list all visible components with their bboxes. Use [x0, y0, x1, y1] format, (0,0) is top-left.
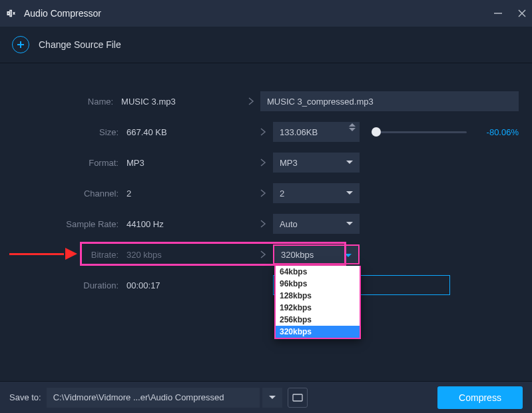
chevron-down-icon	[269, 396, 276, 399]
spinner-up-icon[interactable]	[349, 123, 356, 127]
svg-rect-1	[10, 11, 11, 17]
chevron-down-icon	[345, 254, 352, 257]
close-button[interactable]	[516, 7, 528, 19]
svg-rect-7	[293, 394, 302, 401]
value-size-in: 667.40 KB	[127, 127, 253, 137]
change-source-link[interactable]: Change Source File	[39, 39, 121, 50]
bitrate-option[interactable]: 96kbps	[276, 278, 360, 290]
save-path-box[interactable]: C:\Vidmore\Vidmore ...er\Audio Compresse…	[47, 388, 260, 408]
footer: Save to: C:\Vidmore\Vidmore ...er\Audio …	[0, 381, 532, 413]
arrow-icon	[253, 127, 273, 137]
value-channel-in: 2	[127, 189, 253, 199]
bitrate-option[interactable]: 320kbps	[276, 326, 360, 338]
label-name: Name:	[13, 97, 121, 107]
value-name-in: MUSIC 3.mp3	[121, 97, 241, 107]
chevron-down-icon	[346, 161, 353, 164]
row-format: Format: MP3 MP3	[13, 150, 519, 175]
main-panel: Name: MUSIC 3.mp3 Size: 667.40 KB 133.06…	[0, 63, 532, 298]
row-channel: Channel: 2 2	[13, 181, 519, 206]
spinner-down-icon[interactable]	[349, 128, 356, 131]
bitrate-dropdown[interactable]: 64kbps96kbps128kbps192kbps256kbps320kbps	[274, 266, 361, 339]
add-source-button[interactable]	[12, 36, 29, 53]
value-duration: 00:00:17	[127, 280, 253, 290]
slider-thumb[interactable]	[372, 127, 381, 137]
size-spinner[interactable]: 133.06KB	[273, 122, 360, 142]
channel-out-value: 2	[280, 189, 284, 199]
value-format-in: MP3	[127, 158, 253, 168]
channel-select[interactable]: 2	[273, 183, 360, 203]
chevron-down-icon	[346, 191, 353, 195]
size-out-value: 133.06KB	[280, 127, 318, 137]
label-format: Format:	[13, 158, 127, 168]
format-select[interactable]: MP3	[273, 153, 360, 173]
bitrate-option[interactable]: 192kbps	[276, 302, 360, 314]
arrow-icon	[253, 250, 273, 259]
label-size: Size:	[13, 127, 127, 137]
titlebar: Audio Compressor	[0, 0, 532, 27]
save-path-text: C:\Vidmore\Vidmore ...er\Audio Compresse…	[53, 392, 224, 402]
value-samplerate-in: 44100 Hz	[127, 219, 253, 229]
arrow-icon	[242, 97, 260, 106]
arrow-icon	[253, 158, 273, 167]
source-bar: Change Source File	[0, 27, 532, 63]
format-out-value: MP3	[280, 158, 298, 168]
open-folder-button[interactable]	[288, 388, 308, 408]
arrow-icon	[253, 189, 273, 198]
app-title: Audio Compressor	[24, 8, 101, 19]
samplerate-select[interactable]: Auto	[273, 214, 360, 234]
size-percent: -80.06%	[479, 127, 519, 137]
compress-button[interactable]: Compress	[437, 386, 523, 409]
output-name-input[interactable]	[260, 91, 519, 111]
saveto-label: Save to:	[9, 392, 41, 402]
arrow-icon	[253, 219, 273, 228]
bitrate-select[interactable]: 320kbps 64kbps96kbps128kbps192kbps256kbp…	[273, 244, 360, 264]
bitrate-option[interactable]: 256kbps	[276, 314, 360, 326]
label-channel: Channel:	[13, 189, 127, 199]
samplerate-out-value: Auto	[280, 219, 298, 229]
label-bitrate: Bitrate:	[13, 250, 127, 260]
row-size: Size: 667.40 KB 133.06KB -80.06%	[13, 119, 519, 145]
size-slider[interactable]	[372, 131, 467, 133]
label-duration: Duration:	[13, 280, 127, 290]
row-duration: Duration: 00:00:17	[13, 272, 519, 298]
minimize-button[interactable]	[492, 7, 504, 19]
chevron-down-icon	[346, 222, 353, 225]
bitrate-option[interactable]: 64kbps	[276, 266, 360, 278]
bitrate-out-value: 320kbps	[281, 250, 314, 260]
app-icon	[5, 7, 19, 20]
row-bitrate: Bitrate: 320 kbps 320kbps 64kbps96kbps12…	[13, 242, 519, 267]
svg-rect-0	[7, 12, 9, 15]
save-path-dropdown[interactable]	[262, 388, 282, 408]
label-samplerate: Sample Rate:	[13, 219, 127, 229]
row-samplerate: Sample Rate: 44100 Hz Auto	[13, 211, 519, 236]
bitrate-option[interactable]: 128kbps	[276, 290, 360, 302]
row-name: Name: MUSIC 3.mp3	[13, 89, 519, 114]
value-bitrate-in: 320 kbps	[127, 250, 253, 260]
